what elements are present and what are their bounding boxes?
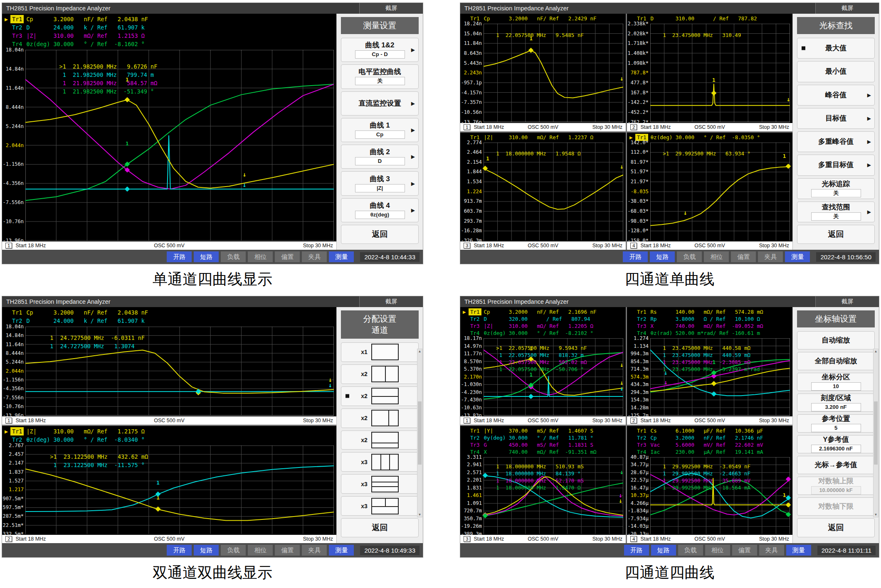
status-button-fixture[interactable]: 夹具 xyxy=(759,545,784,556)
menu-item[interactable]: 全部自动缩放 xyxy=(797,352,875,370)
menu-item-label: 参考位置 xyxy=(822,415,850,423)
menu-item[interactable]: x2 xyxy=(341,431,419,450)
menu-item[interactable]: 查找范围关▶ xyxy=(797,202,875,222)
trace-readouts: Tr1Cp 3.2000 nF/ Ref 2.2429 nF xyxy=(460,14,626,22)
menu-item[interactable]: 曲线 2D▶ xyxy=(341,145,419,169)
status-button-phase[interactable]: 相位 xyxy=(248,545,273,556)
status-button-fixture[interactable]: 夹具 xyxy=(302,545,327,556)
status-button-short[interactable]: 短路 xyxy=(194,545,219,556)
menu-item[interactable]: 峰谷值▶ xyxy=(797,85,875,106)
menu-item[interactable]: 刻度/区域3.200 nF xyxy=(797,394,875,412)
back-button[interactable]: 返回 xyxy=(341,225,419,244)
status-button-open[interactable]: 开路 xyxy=(623,251,648,262)
menu-item[interactable]: 多重峰谷值▶ xyxy=(797,131,875,152)
back-button[interactable]: 返回 xyxy=(797,225,875,244)
status-button-fixture[interactable]: 夹具 xyxy=(758,251,783,262)
trace-scale-ref: θz(rad) 520.00 m*rad/ Ref -160.61 m xyxy=(651,330,760,337)
marker-readouts: >1 23.122500 MHz 432.62 mΩ 1 23.122500 M… xyxy=(50,453,148,469)
status-button-load[interactable]: 负载 xyxy=(678,545,703,556)
marker-number-label: 1 xyxy=(783,153,786,159)
status-button-open[interactable]: 开路 xyxy=(167,545,192,556)
status-button-short[interactable]: 短路 xyxy=(651,545,676,556)
menu-item[interactable]: x3 xyxy=(341,496,419,516)
menu-item[interactable]: 曲线 4θz(deg)▶ xyxy=(341,198,419,222)
marker-number-label: 1 xyxy=(783,492,786,498)
status-button-phase[interactable]: 相位 xyxy=(704,251,729,262)
menu-item-label: 坐标分区 xyxy=(822,373,850,381)
menu-item[interactable]: 目标值▶ xyxy=(797,108,875,129)
menu-item[interactable]: x2 xyxy=(341,386,419,406)
status-button-bias[interactable]: 偏置 xyxy=(732,545,757,556)
marker-number-label: 1 xyxy=(156,479,160,485)
status-button-bias[interactable]: 偏置 xyxy=(275,251,300,262)
marker-number-label: 1 xyxy=(529,35,533,41)
status-button-fixture[interactable]: 夹具 xyxy=(302,251,327,262)
y-axis-label: 854.3m xyxy=(631,359,649,364)
menu-item[interactable]: 直流监控设置▶ xyxy=(341,91,419,116)
back-button[interactable]: 返回 xyxy=(797,518,875,537)
menu-item[interactable]: 曲线 3|Z|▶ xyxy=(341,171,419,195)
y-axis-label: -1.834μ xyxy=(627,508,649,514)
scrollbar-thumb[interactable] xyxy=(874,401,878,465)
status-button-load[interactable]: 负载 xyxy=(677,251,702,262)
status-button-load[interactable]: 负载 xyxy=(221,545,246,556)
status-button-short[interactable]: 短路 xyxy=(650,251,675,262)
menu-item[interactable]: 电平监控曲线关 xyxy=(341,64,419,89)
menu-panel: 分配设置通道x1x2x2x2x2x3x3x3返回▲▼ xyxy=(336,307,423,543)
menu-item[interactable]: Y参考值2.1696300 nF xyxy=(797,435,875,453)
menu-item[interactable]: 自动缩放 xyxy=(797,331,875,349)
screenshot-button[interactable]: 截屏 xyxy=(359,3,423,14)
layout-count-label: x2 xyxy=(361,371,368,377)
status-button-open[interactable]: 开路 xyxy=(624,545,649,556)
status-button-measure[interactable]: 测量 xyxy=(786,545,811,556)
menu-item[interactable]: 最大值 xyxy=(797,38,875,59)
status-button-open[interactable]: 开路 xyxy=(167,251,192,262)
menu-item[interactable]: x3 xyxy=(341,474,419,494)
menu-item[interactable]: 光标追踪关 xyxy=(797,178,875,199)
charts-grid: ▶Tr1Cp 3.2000 nF/ Ref 2.0438 nF Tr2D 24.… xyxy=(2,14,336,250)
screenshot-button[interactable]: 截屏 xyxy=(359,296,423,307)
trace-scale-ref: Cp 3.2000 nF/ Ref 2.0438 nF xyxy=(26,15,148,23)
menu-item[interactable]: x2 xyxy=(341,364,419,384)
trace-name: Tr2 xyxy=(469,434,481,441)
menu-item[interactable]: 坐标分区10 xyxy=(797,373,875,391)
menu-item[interactable]: x2 xyxy=(341,408,419,428)
status-button-phase[interactable]: 相位 xyxy=(705,545,730,556)
menu-item[interactable]: 曲线 1&2Cp - D▶ xyxy=(341,38,419,62)
menu-item[interactable]: 最小值 xyxy=(797,61,875,82)
status-button-short[interactable]: 短路 xyxy=(194,251,219,262)
y-axis-label: 5.370n xyxy=(464,366,482,372)
status-button-measure[interactable]: 测量 xyxy=(329,251,354,262)
osc-level: OSC 500 mV xyxy=(694,243,725,248)
trace-readout: Tr2D 24.000 k / Ref 61.907 k xyxy=(5,317,336,325)
y-axis-label: 1.831 xyxy=(467,485,482,491)
menu-scrollbar[interactable]: ▲▼ xyxy=(873,349,879,517)
y-axis-label: 28.67μ xyxy=(631,470,649,475)
osc-level: OSC 500 mV xyxy=(694,536,725,542)
screenshot-button[interactable]: 截屏 xyxy=(815,3,879,14)
sweep-stop: Stop 30 MHz xyxy=(303,536,333,542)
menu-item[interactable]: x1 xyxy=(341,342,419,362)
back-button[interactable]: 返回 xyxy=(341,518,419,537)
status-button-bias[interactable]: 偏置 xyxy=(731,251,756,262)
menu-scrollbar[interactable]: ▲▼ xyxy=(417,349,422,517)
menu-item[interactable]: 光标→参考值 xyxy=(797,456,875,474)
menu-item[interactable]: 参考位置5 xyxy=(797,414,875,433)
menu-item[interactable]: x3 xyxy=(341,452,419,472)
marker-number-label: 1 xyxy=(529,371,533,378)
scrollbar-thumb[interactable] xyxy=(418,401,422,465)
status-button-bias[interactable]: 偏置 xyxy=(275,545,300,556)
menu-item[interactable]: 对数轴下限 xyxy=(797,497,875,516)
status-button-measure[interactable]: 测量 xyxy=(785,251,810,262)
status-button-load[interactable]: 负载 xyxy=(221,251,246,262)
screenshot-button[interactable]: 截屏 xyxy=(815,296,879,307)
status-button-phase[interactable]: 相位 xyxy=(248,251,273,262)
menu-item[interactable]: 曲线 1Cp▶ xyxy=(341,118,419,142)
status-button-measure[interactable]: 测量 xyxy=(329,545,354,556)
menu-item-label: 刻度/区域 xyxy=(821,394,851,402)
menu-item-label: 最小值 xyxy=(825,67,846,76)
menu-item[interactable]: 多重目标值▶ xyxy=(797,155,875,175)
trace-name: Tr3 xyxy=(635,322,648,330)
channel-number: 4 xyxy=(630,536,637,542)
menu-item[interactable]: 对数轴上限10.000000 kF xyxy=(797,477,875,495)
